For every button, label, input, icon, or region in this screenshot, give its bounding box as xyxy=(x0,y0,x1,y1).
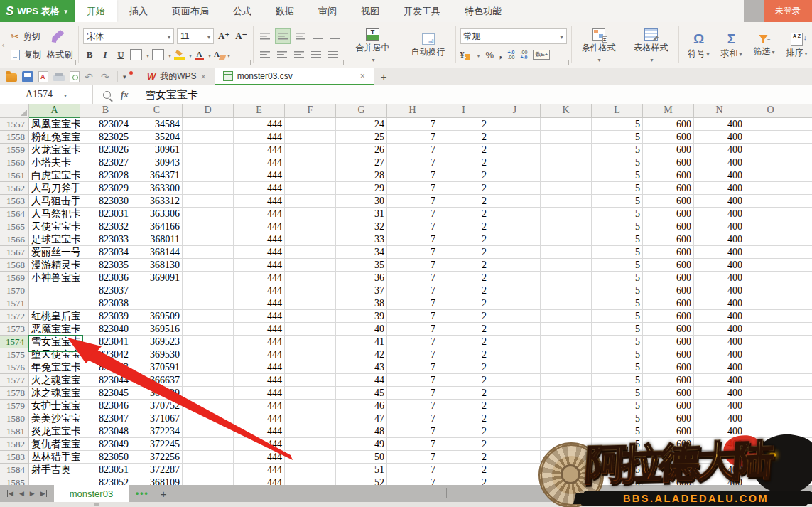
cell-I1578[interactable]: 2 xyxy=(438,387,489,400)
cell-H1580[interactable]: 7 xyxy=(387,412,438,425)
cell-N1568[interactable]: 400 xyxy=(694,259,745,272)
cell-D1560[interactable] xyxy=(183,156,234,169)
cell-N1570[interactable]: 400 xyxy=(694,284,745,297)
cell-H1571[interactable]: 7 xyxy=(387,297,438,310)
cell-K1569[interactable] xyxy=(541,272,592,284)
cell-D1572[interactable] xyxy=(183,310,234,323)
menu-tab-formulas[interactable]: 公式 xyxy=(221,0,264,22)
cell-D1571[interactable] xyxy=(183,297,234,310)
cell-filler[interactable] xyxy=(796,361,812,374)
cell-I1558[interactable]: 2 xyxy=(438,131,489,144)
cell-I1580[interactable]: 2 xyxy=(438,412,489,425)
cell-K1568[interactable] xyxy=(541,259,592,272)
cell-C1576[interactable]: 370591 xyxy=(131,361,183,374)
cell-H1564[interactable]: 7 xyxy=(387,208,438,220)
column-header-M[interactable]: M xyxy=(643,104,694,118)
cell-A1576[interactable]: 年兔宝宝卡 xyxy=(29,361,80,374)
clear-format-icon[interactable]: A xyxy=(214,50,223,60)
cell-H1581[interactable]: 7 xyxy=(387,425,438,438)
cell-N1580[interactable]: 400 xyxy=(694,412,745,425)
cell-I1560[interactable]: 2 xyxy=(438,156,489,169)
cell-D1573[interactable] xyxy=(183,323,234,336)
cell-E1578[interactable]: 444 xyxy=(234,387,285,400)
cell-M1575[interactable]: 600 xyxy=(643,348,694,361)
cell-N1566[interactable]: 400 xyxy=(694,233,745,246)
cell-H1559[interactable]: 7 xyxy=(387,144,438,156)
close-tab-icon[interactable] xyxy=(201,72,206,82)
cell-B1565[interactable]: 823032 xyxy=(80,220,131,233)
cell-N1584[interactable]: 400 xyxy=(694,464,745,476)
cell-D1577[interactable] xyxy=(183,374,234,387)
skin-button[interactable] xyxy=(744,0,764,22)
cell-A1580[interactable]: 美美沙宝宝卡 xyxy=(29,412,80,425)
cell-L1564[interactable]: 5 xyxy=(592,208,643,220)
cell-L1557[interactable]: 5 xyxy=(592,118,643,131)
cell-A1564[interactable]: 人马祭祀卡 xyxy=(29,208,80,220)
cell-filler[interactable] xyxy=(796,156,812,169)
cell-K1566[interactable] xyxy=(541,233,592,246)
cell-A1584[interactable]: 射手吉奥 xyxy=(29,464,80,476)
cell-E1569[interactable]: 444 xyxy=(234,272,285,284)
column-header-D[interactable]: D xyxy=(183,104,234,118)
cell-N1572[interactable]: 400 xyxy=(694,310,745,323)
cell-H1566[interactable]: 7 xyxy=(387,233,438,246)
cell-H1558[interactable]: 7 xyxy=(387,131,438,144)
name-box-caret-icon[interactable] xyxy=(63,89,67,100)
cell-E1583[interactable]: 444 xyxy=(234,451,285,464)
cell-O1557[interactable] xyxy=(745,118,796,131)
redo-icon[interactable] xyxy=(101,71,112,82)
cell-E1577[interactable]: 444 xyxy=(234,374,285,387)
cell-G1561[interactable]: 28 xyxy=(336,169,387,182)
cell-L1563[interactable]: 5 xyxy=(592,195,643,208)
menu-tab-page-layout[interactable]: 页面布局 xyxy=(160,0,221,22)
cell-D1576[interactable] xyxy=(183,361,234,374)
row-header-1568[interactable]: 1568 xyxy=(0,259,29,272)
cell-F1560[interactable] xyxy=(285,156,336,169)
cell-M1572[interactable]: 600 xyxy=(643,310,694,323)
dropdown-caret-icon[interactable] xyxy=(188,50,192,60)
cell-E1560[interactable]: 444 xyxy=(234,156,285,169)
column-header-N[interactable]: N xyxy=(694,104,745,118)
cell-E1572[interactable]: 444 xyxy=(234,310,285,323)
distributed-button[interactable] xyxy=(326,48,340,62)
row-header-1573[interactable]: 1573 xyxy=(0,323,29,336)
cell-L1585[interactable]: 5 xyxy=(592,476,643,485)
add-sheet-button[interactable] xyxy=(156,485,171,502)
cell-D1567[interactable] xyxy=(183,246,234,259)
cell-C1559[interactable]: 30961 xyxy=(131,144,183,156)
column-header-G[interactable]: G xyxy=(336,104,387,118)
cell-J1575[interactable] xyxy=(489,348,541,361)
new-tab-button[interactable] xyxy=(374,68,394,85)
next-sheet-icon[interactable]: ▶ xyxy=(30,490,35,497)
close-tab-icon[interactable] xyxy=(360,71,365,81)
cell-C1570[interactable] xyxy=(131,284,183,297)
cell-I1562[interactable]: 2 xyxy=(438,182,489,195)
cell-H1567[interactable]: 7 xyxy=(387,246,438,259)
row-header-1575[interactable]: 1575 xyxy=(0,348,29,361)
cell-L1567[interactable]: 5 xyxy=(592,246,643,259)
cell-M1561[interactable]: 600 xyxy=(643,169,694,182)
cell-M1557[interactable]: 600 xyxy=(643,118,694,131)
cell-G1560[interactable]: 27 xyxy=(336,156,387,169)
cell-O1579[interactable] xyxy=(745,400,796,412)
cell-D1568[interactable] xyxy=(183,259,234,272)
cell-C1577[interactable]: 366637 xyxy=(131,374,183,387)
cell-G1568[interactable]: 35 xyxy=(336,259,387,272)
cell-N1567[interactable]: 400 xyxy=(694,246,745,259)
cell-G1575[interactable]: 42 xyxy=(336,348,387,361)
cell-H1560[interactable]: 7 xyxy=(387,156,438,169)
cell-D1569[interactable] xyxy=(183,272,234,284)
bold-button[interactable]: B xyxy=(83,49,96,60)
cell-filler[interactable] xyxy=(796,451,812,464)
cell-G1564[interactable]: 31 xyxy=(336,208,387,220)
font-color-icon[interactable]: A xyxy=(195,50,204,60)
cell-F1564[interactable] xyxy=(285,208,336,220)
cell-I1584[interactable]: 2 xyxy=(438,464,489,476)
cell-O1571[interactable] xyxy=(745,297,796,310)
cell-filler[interactable] xyxy=(796,118,812,131)
cell-A1573[interactable]: 恶魔宝宝卡 xyxy=(29,323,80,336)
cell-A1570[interactable] xyxy=(29,284,80,297)
undo-icon[interactable] xyxy=(85,71,96,82)
cell-filler[interactable] xyxy=(796,144,812,156)
cell-M1565[interactable]: 600 xyxy=(643,220,694,233)
